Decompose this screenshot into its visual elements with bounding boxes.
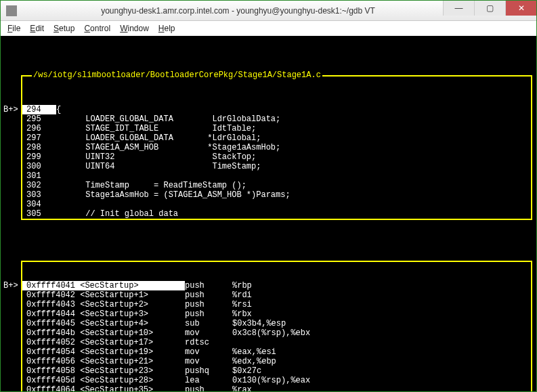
- source-code: LOADER_GLOBAL_DATA *LdrGlobal;: [56, 133, 531, 143]
- menu-edit[interactable]: Edit: [30, 24, 44, 33]
- asm-line: 0xffff4054 <SecStartup+19>mov%eax,%esi: [22, 347, 531, 357]
- asm-opcode: push: [185, 309, 232, 319]
- source-line: 302 TimeStamp = ReadTimeStamp ();: [22, 181, 531, 190]
- asm-line: 0xffff4058 <SecStartup+23>pushq$0x27c: [22, 366, 531, 376]
- breakpoint-marker: B+>: [3, 281, 18, 290]
- source-lineno: 296: [22, 124, 56, 133]
- source-code: STAGE_IDT_TABLE IdtTable;: [56, 124, 531, 133]
- asm-address: 0xffff4052 <SecStartup+17>: [22, 338, 185, 347]
- window-title: younghyu-desk1.amr.corp.intel.com - youn…: [21, 6, 455, 16]
- source-line: 297 LOADER_GLOBAL_DATA *LdrGlobal;: [22, 133, 531, 143]
- asm-line: 0xffff4041 <SecStartup>push%rbpB+>: [22, 281, 531, 290]
- asm-address: 0xffff4054 <SecStartup+19>: [22, 347, 185, 357]
- asm-line: 0xffff4045 <SecStartup+4>sub$0x3b4,%esp: [22, 319, 531, 328]
- source-lineno: 304: [22, 200, 56, 209]
- asm-args: 0x130(%rsp),%eax: [232, 376, 531, 385]
- source-code: LOADER_GLOBAL_DATA LdrGlobalData;: [56, 114, 531, 124]
- asm-line: 0xffff4056 <SecStartup+21>mov%edx,%ebp: [22, 357, 531, 366]
- window-controls: — ▢ ✕: [443, 1, 536, 16]
- asm-opcode: lea: [185, 376, 232, 385]
- source-line: 305 // Init global data: [22, 209, 531, 219]
- asm-opcode: push: [185, 281, 232, 290]
- source-line: 299 UINT32 StackTop;: [22, 152, 531, 162]
- asm-line: 0xffff4042 <SecStartup+1>push%rdi: [22, 290, 531, 300]
- close-button[interactable]: ✕: [505, 1, 536, 16]
- source-code: // Init global data: [56, 209, 531, 219]
- asm-address: 0xffff405d <SecStartup+28>: [22, 376, 185, 385]
- asm-opcode: sub: [185, 319, 232, 328]
- source-code: [56, 200, 531, 209]
- asm-line: 0xffff405d <SecStartup+28>lea0x130(%rsp)…: [22, 376, 531, 385]
- source-line: 296 STAGE_IDT_TABLE IdtTable;: [22, 124, 531, 133]
- asm-line: 0xffff4052 <SecStartup+17>rdtsc: [22, 338, 531, 347]
- asm-opcode: push: [185, 385, 232, 392]
- source-lineno: 301: [22, 171, 56, 181]
- asm-opcode: push: [185, 300, 232, 309]
- menubar: File Edit Setup Control Window Help: [1, 21, 536, 36]
- source-code: UINT32 StackTop;: [56, 152, 531, 162]
- gdb-source-panel: /ws/iotg/slimbootloader/BootloaderCorePk…: [21, 75, 532, 220]
- menu-window[interactable]: Window: [120, 24, 149, 33]
- source-line: 298 STAGE1A_ASM_HOB *Stage1aAsmHob;: [22, 143, 531, 152]
- menu-help[interactable]: Help: [158, 24, 175, 33]
- asm-address: 0xffff4042 <SecStartup+1>: [22, 290, 185, 300]
- asm-address: 0xffff4056 <SecStartup+21>: [22, 357, 185, 366]
- asm-opcode: mov: [185, 328, 232, 338]
- breakpoint-marker: B+>: [3, 105, 18, 114]
- asm-args: %rax: [232, 385, 531, 392]
- source-line: 300 UINT64 TimeStamp;: [22, 162, 531, 171]
- source-code: STAGE1A_ASM_HOB *Stage1aAsmHob;: [56, 143, 531, 152]
- source-line: 301: [22, 171, 531, 181]
- window-titlebar: younghyu-desk1.amr.corp.intel.com - youn…: [1, 1, 536, 21]
- asm-args: $0x3b4,%esp: [232, 319, 531, 328]
- source-lineno: 295: [22, 114, 56, 124]
- source-panel-path: /ws/iotg/slimbootloader/BootloaderCorePk…: [32, 70, 322, 80]
- asm-args: [232, 338, 531, 347]
- asm-opcode: rdtsc: [185, 338, 232, 347]
- asm-args: %edx,%ebp: [232, 357, 531, 366]
- asm-address: 0xffff4045 <SecStartup+4>: [22, 319, 185, 328]
- menu-setup[interactable]: Setup: [53, 24, 74, 33]
- asm-args: %rbx: [232, 309, 531, 319]
- asm-line: 0xffff4064 <SecStartup+35>push%rax: [22, 385, 531, 392]
- source-code: Stage1aAsmHob = (STAGE1A_ASM_HOB *)Param…: [56, 190, 531, 200]
- app-icon: [6, 5, 17, 16]
- minimize-button[interactable]: —: [443, 1, 474, 16]
- terminal[interactable]: /ws/iotg/slimbootloader/BootloaderCorePk…: [1, 36, 536, 391]
- maximize-button[interactable]: ▢: [474, 1, 505, 16]
- source-code: {: [56, 105, 531, 114]
- asm-address: 0xffff4064 <SecStartup+35>: [22, 385, 185, 392]
- source-line: 304: [22, 200, 531, 209]
- asm-address: 0xffff404b <SecStartup+10>: [22, 328, 185, 338]
- asm-address: 0xffff4058 <SecStartup+23>: [22, 366, 185, 376]
- asm-address: 0xffff4041 <SecStartup>: [22, 281, 185, 290]
- source-lineno: 300: [22, 162, 56, 171]
- source-line: 303 Stage1aAsmHob = (STAGE1A_ASM_HOB *)P…: [22, 190, 531, 200]
- source-lineno: 298: [22, 143, 56, 152]
- asm-address: 0xffff4043 <SecStartup+2>: [22, 300, 185, 309]
- asm-args: 0x3c8(%rsp),%ebx: [232, 328, 531, 338]
- source-lineno: 299: [22, 152, 56, 162]
- asm-args: %rsi: [232, 300, 531, 309]
- asm-opcode: mov: [185, 357, 232, 366]
- source-lineno: 302: [22, 181, 56, 190]
- asm-args: %eax,%esi: [232, 347, 531, 357]
- gdb-asm-panel: 0xffff4041 <SecStartup>push%rbpB+>0xffff…: [21, 261, 532, 392]
- asm-args: $0x27c: [232, 366, 531, 376]
- asm-args: %rdi: [232, 290, 531, 300]
- asm-address: 0xffff4044 <SecStartup+3>: [22, 309, 185, 319]
- asm-opcode: mov: [185, 347, 232, 357]
- menu-file[interactable]: File: [7, 24, 20, 33]
- asm-line: 0xffff404b <SecStartup+10>mov0x3c8(%rsp)…: [22, 328, 531, 338]
- source-code: TimeStamp = ReadTimeStamp ();: [56, 181, 531, 190]
- asm-line: 0xffff4044 <SecStartup+3>push%rbx: [22, 309, 531, 319]
- source-code: [56, 171, 531, 181]
- asm-line: 0xffff4043 <SecStartup+2>push%rsi: [22, 300, 531, 309]
- asm-args: %rbp: [232, 281, 531, 290]
- menu-control[interactable]: Control: [84, 24, 110, 33]
- source-line: 295 LOADER_GLOBAL_DATA LdrGlobalData;: [22, 114, 531, 124]
- source-lineno: 294: [22, 105, 56, 114]
- asm-opcode: push: [185, 290, 232, 300]
- source-code: UINT64 TimeStamp;: [56, 162, 531, 171]
- asm-opcode: pushq: [185, 366, 232, 376]
